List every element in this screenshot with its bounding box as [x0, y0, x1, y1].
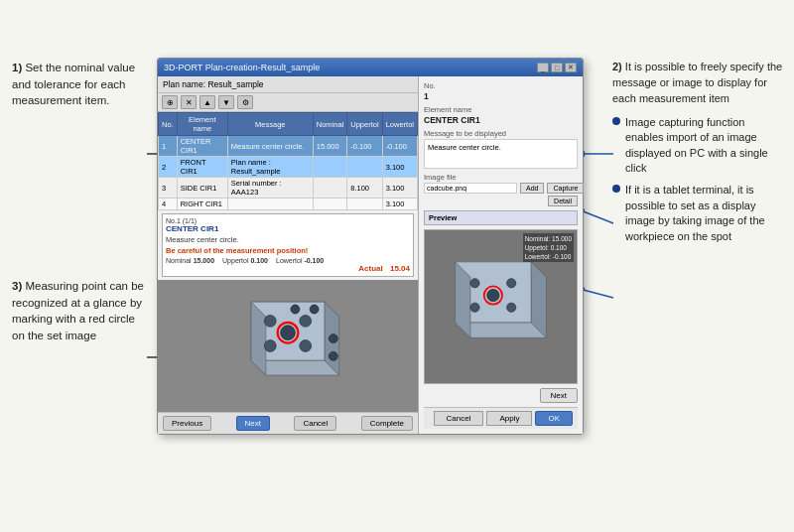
window-content: Plan name: Result_sample ⊕ ✕ ▲ ▼ ⚙ No. E…	[158, 76, 583, 434]
svg-point-27	[470, 279, 479, 288]
bullet-dot-1	[612, 117, 620, 125]
cell-upper: -0.100	[347, 136, 382, 157]
nav-buttons: Previous Next Cancel Complete	[158, 412, 418, 434]
svg-point-30	[507, 303, 516, 312]
close-button[interactable]: ✕	[565, 63, 577, 72]
col-message: Message	[227, 113, 313, 136]
image-file-field: Image file Add Capture Detail	[424, 173, 578, 206]
preview-values: Nominal: 15.000 Uppetol: 0.100 Lowertol:…	[523, 233, 574, 262]
cell-message	[227, 199, 313, 210]
preview-lower: Lowertol: -0.100	[525, 252, 572, 261]
popup-warning: Be careful of the measurement position!	[166, 246, 410, 255]
next-nav-button[interactable]: Next	[236, 416, 270, 431]
cell-lower: 3.100	[382, 178, 417, 199]
actual-label: Actual	[358, 264, 382, 273]
svg-point-14	[264, 340, 276, 352]
window-title: 3D-PORT Plan-creation-Result_sample	[164, 63, 537, 72]
lower-label: Lowertol -0.100	[276, 257, 324, 264]
maximize-button[interactable]: □	[551, 63, 563, 72]
apply-button[interactable]: Apply	[486, 411, 532, 426]
table-row[interactable]: 2 FRONT CIR1 Plan name : Result_sample 3…	[159, 157, 418, 178]
svg-point-20	[329, 334, 337, 343]
col-lower: Lowertol	[382, 113, 417, 136]
toolbar-icon-up[interactable]: ▲	[199, 95, 215, 109]
main-window: 3D-PORT Plan-creation-Result_sample _ □ …	[157, 58, 584, 435]
cell-no: 3	[159, 178, 178, 199]
action-buttons: Next	[424, 388, 578, 403]
image-file-input[interactable]	[424, 183, 517, 194]
toolbar-row: ⊕ ✕ ▲ ▼ ⚙	[158, 93, 418, 112]
cell-name: FRONT CIR1	[177, 157, 227, 178]
annotation-1-number: 1)	[12, 62, 22, 73]
svg-point-15	[300, 340, 312, 352]
annotation-2-intro: It is possible to freely specify the mes…	[612, 61, 782, 104]
toolbar-icon-add[interactable]: ⊕	[162, 95, 178, 109]
cell-message: Plan name : Result_sample	[227, 157, 313, 178]
cell-nominal	[313, 199, 347, 210]
item-no: No.1 (1/1)	[166, 217, 410, 224]
left-panel: Plan name: Result_sample ⊕ ✕ ▲ ▼ ⚙ No. E…	[158, 76, 419, 434]
svg-point-21	[329, 351, 337, 360]
annotation-block-1: 1) Set the nominal value and tolerance f…	[12, 60, 146, 109]
table-row[interactable]: 1 CENTER CIR1 Measure center circle. 15.…	[159, 136, 418, 157]
bullet-item-1: Image capturing function enables import …	[612, 115, 786, 177]
no-value: 1	[424, 91, 578, 101]
values-row: Nominal 15.000 Uppertol 0.100 Lowertol -…	[166, 257, 410, 264]
nominal-label: Nominal 15.000	[166, 257, 214, 264]
message-area[interactable]: Measure center circle.	[424, 139, 578, 169]
cell-name: SIDE CIR1	[177, 178, 227, 199]
svg-point-29	[470, 303, 479, 312]
cell-lower: -0.100	[382, 136, 417, 157]
minimize-button[interactable]: _	[537, 63, 549, 72]
table-row[interactable]: 4 RIGHT CIR1 3.100	[159, 199, 418, 210]
cell-nominal	[313, 178, 347, 199]
ok-button[interactable]: OK	[535, 411, 573, 426]
cell-message: Serial number : AAA123	[227, 178, 313, 199]
toolbar-icon-settings[interactable]: ⚙	[237, 95, 253, 109]
svg-point-19	[310, 305, 319, 314]
lower-value: -0.100	[304, 257, 324, 264]
plan-name-value: Result_sample	[207, 79, 263, 89]
table-row[interactable]: 3 SIDE CIR1 Serial number : AAA123 8.100…	[159, 178, 418, 199]
title-bar-buttons[interactable]: _ □ ✕	[537, 63, 577, 72]
actual-value: 15.04	[390, 264, 410, 273]
previous-button[interactable]: Previous	[163, 416, 211, 431]
svg-point-12	[264, 315, 276, 327]
toolbar-icon-delete[interactable]: ✕	[181, 95, 197, 109]
col-element: Element name	[177, 113, 227, 136]
no-label: No.	[424, 81, 578, 90]
cancel-nav-button[interactable]: Cancel	[294, 416, 336, 431]
cancel-bottom-button[interactable]: Cancel	[434, 411, 484, 426]
preview-label: Preview	[424, 210, 578, 225]
cell-name: CENTER CIR1	[177, 136, 227, 157]
workpiece-svg	[158, 280, 418, 412]
annotation-2-number: 2)	[612, 61, 622, 72]
cell-no: 1	[159, 136, 178, 157]
bottom-buttons: Cancel Apply OK	[424, 407, 578, 429]
complete-button[interactable]: Complete	[361, 416, 413, 431]
svg-point-31	[487, 289, 499, 301]
element-name-value: CENTER CIR1	[424, 115, 578, 125]
popup-message: Measure center circle.	[166, 235, 410, 244]
cell-upper	[347, 199, 382, 210]
plan-name-label: Plan name:	[163, 79, 205, 89]
toolbar-icon-down[interactable]: ▼	[218, 95, 234, 109]
bullet-text-2: If it is a tablet terminal, it is possib…	[625, 183, 786, 244]
cell-nominal	[313, 157, 347, 178]
preview-nominal: Nominal: 15.000	[525, 234, 572, 243]
detail-button[interactable]: Detail	[548, 196, 578, 206]
col-no: No.	[159, 113, 178, 136]
cell-nominal: 15.000	[313, 136, 347, 157]
capture-button[interactable]: Capture	[547, 183, 584, 194]
no-field: No. 1	[424, 81, 578, 101]
next-action-button[interactable]: Next	[540, 388, 578, 403]
data-table: No. Element name Message Nominal Upperto…	[158, 112, 418, 210]
cell-message: Measure center circle.	[227, 136, 313, 157]
right-annotation: 2) It is possible to freely specify the …	[612, 60, 786, 251]
workpiece-image-area	[158, 280, 418, 412]
svg-point-28	[507, 279, 516, 288]
add-button[interactable]: Add	[520, 183, 544, 194]
cell-lower: 3.100	[382, 199, 417, 210]
message-field: Message to be displayed Measure center c…	[424, 129, 578, 169]
detail-popup: No.1 (1/1) CENTER CIR1 Measure center ci…	[162, 213, 414, 277]
